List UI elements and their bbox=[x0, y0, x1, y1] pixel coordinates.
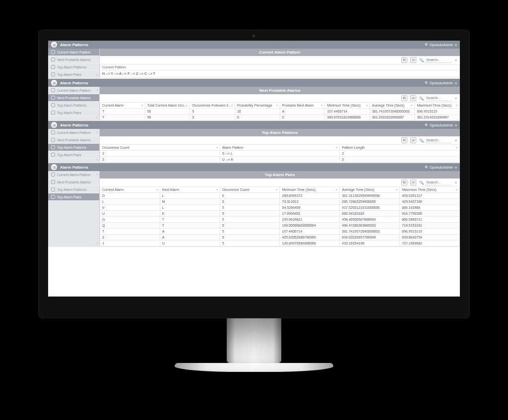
logout-icon[interactable]: ⎆ bbox=[455, 166, 457, 169]
collapse-icon[interactable]: ‹ bbox=[96, 73, 98, 77]
column-header[interactable]: Current Alarm▾ bbox=[100, 103, 145, 109]
filter-icon[interactable]: ▾ bbox=[456, 146, 458, 150]
filter-icon[interactable]: ▾ bbox=[456, 104, 458, 108]
filter-icon[interactable]: ▾ bbox=[141, 104, 143, 108]
export-icon[interactable]: ⧉ bbox=[401, 57, 407, 63]
column-header[interactable]: Minimum Time (Secs)▾ bbox=[325, 103, 370, 109]
table-row[interactable]: JU5120.89979586890008410.19254198737.109… bbox=[100, 240, 460, 246]
filter-icon[interactable]: ▾ bbox=[231, 104, 233, 108]
filter-icon[interactable]: ▾ bbox=[456, 188, 458, 192]
filter-icon[interactable]: ▾ bbox=[396, 188, 398, 192]
filter-icon[interactable]: ▾ bbox=[336, 188, 338, 192]
table-row[interactable]: GT5155.9629821458.40500587800004806.5890… bbox=[100, 217, 460, 223]
collapse-icon[interactable]: ‹ bbox=[96, 115, 98, 120]
table-row[interactable]: T5036C340.97031819900006361.269181099000… bbox=[100, 115, 460, 120]
search-input[interactable] bbox=[425, 137, 452, 143]
sidebar-item-current-alarm-pattern[interactable]: Current Alarm Pattern bbox=[48, 87, 99, 94]
filter-icon[interactable]: ▾ bbox=[186, 104, 188, 108]
filter-icon[interactable]: ▾ bbox=[455, 58, 457, 62]
filter-icon[interactable]: ▾ bbox=[455, 96, 457, 101]
search-input[interactable] bbox=[425, 57, 452, 63]
column-header[interactable]: Maximum Time (Secs)▾ bbox=[400, 187, 460, 193]
collapse-icon[interactable]: ‹ bbox=[96, 88, 98, 92]
column-header[interactable]: Probability Percentage▾ bbox=[235, 103, 280, 109]
column-header[interactable]: Maximum Time (Secs)▾ bbox=[415, 103, 460, 109]
table-cell: 6 bbox=[235, 115, 280, 120]
sidebar-item-top-alarm-patterns[interactable]: Top Alarm Patterns bbox=[48, 63, 99, 71]
search-input-wrap: 🔍 bbox=[419, 180, 452, 185]
sidebar-item-top-alarm-patterns[interactable]: Top Alarm Patterns bbox=[48, 102, 99, 109]
collapse-icon[interactable]: ‹ bbox=[96, 130, 98, 134]
export-icon[interactable]: ⧉ bbox=[401, 95, 407, 101]
sidebar-item-next-probable-alarms[interactable]: Next Probable Alarms bbox=[48, 94, 99, 102]
table-cell: T bbox=[160, 217, 220, 223]
sidebar-item-current-alarm-pattern[interactable]: Current Alarm Pattern bbox=[48, 171, 99, 179]
filter-icon[interactable]: ▾ bbox=[411, 104, 413, 108]
logout-icon[interactable]: ⎆ bbox=[455, 123, 457, 127]
table-row[interactable]: DL6289.8995372361.3113029049999998459.52… bbox=[100, 193, 460, 199]
column-header[interactable]: Occurence Count▾ bbox=[100, 145, 220, 151]
filter-icon[interactable]: ▾ bbox=[156, 188, 158, 192]
search-input[interactable] bbox=[425, 95, 452, 101]
column-header[interactable]: Total Current Alarm Occurences▾ bbox=[145, 103, 190, 109]
sidebar-item-next-probable-alarms[interactable]: Next Probable Alarms bbox=[48, 56, 99, 63]
table-row[interactable]: UE517.6904401682.54183182916.7790385 bbox=[100, 211, 460, 217]
nav-icon bbox=[51, 187, 55, 191]
sidebar-item-current-alarm-pattern[interactable]: Current Alarm Pattern bbox=[48, 49, 99, 56]
sidebar-item-next-probable-alarms[interactable]: Next Probable Alarms bbox=[48, 179, 99, 186]
filter-icon[interactable]: ▾ bbox=[366, 104, 368, 108]
sidebar-item-top-alarm-pairs[interactable]: Top Alarm Pairs bbox=[48, 109, 99, 117]
table-row[interactable]: QT5169.00500603000004496.472863638890037… bbox=[100, 223, 460, 229]
column-header[interactable]: Probable Next Alarm▾ bbox=[280, 103, 325, 109]
collapse-icon[interactable]: ‹ bbox=[96, 241, 98, 245]
collapse-icon[interactable]: ‹ bbox=[96, 157, 98, 162]
column-header[interactable]: Average Time (Secs)▾ bbox=[370, 103, 415, 109]
column-header[interactable]: Occurences Followed by Next Alarm▾ bbox=[190, 103, 235, 109]
refresh-icon[interactable]: ⟳ bbox=[410, 137, 416, 143]
refresh-icon[interactable]: ⟳ bbox=[410, 57, 416, 63]
sidebar-item-top-alarm-pairs[interactable]: Top Alarm Pairs bbox=[48, 151, 99, 159]
collapse-icon[interactable]: ‹ bbox=[96, 50, 98, 54]
user-menu[interactable]: ⚙ OpsAutoAdmin ⎆ bbox=[425, 123, 457, 127]
filter-icon[interactable]: ▾ bbox=[216, 188, 218, 192]
section-header: Top Alarm Patterns bbox=[100, 129, 460, 136]
table-row[interactable]: 3S --> L2 bbox=[100, 151, 460, 157]
refresh-icon[interactable]: ⟳ bbox=[410, 95, 416, 101]
column-header[interactable]: Minimum Time (Secs)▾ bbox=[280, 187, 340, 193]
logout-icon[interactable]: ⎆ bbox=[455, 43, 457, 47]
filter-icon[interactable]: ▾ bbox=[216, 146, 218, 150]
table-row[interactable]: 2U --> A2 bbox=[100, 157, 460, 163]
filter-icon[interactable]: ▾ bbox=[455, 138, 457, 143]
table-row[interactable]: T50510A157.4400714381.741957204000000369… bbox=[100, 109, 460, 115]
sidebar-item-top-alarm-patterns[interactable]: Top Alarm Patterns bbox=[48, 144, 99, 151]
filter-icon[interactable]: ▾ bbox=[321, 104, 323, 108]
logout-icon[interactable]: ⎆ bbox=[455, 81, 457, 85]
column-header[interactable]: Next Alarm▾ bbox=[160, 187, 220, 193]
sidebar-item-top-alarm-pairs[interactable]: Top Alarm Pairs bbox=[48, 71, 99, 78]
sidebar-item-current-alarm-pattern[interactable]: Current Alarm Pattern bbox=[48, 129, 99, 136]
column-header[interactable]: Average Time (Secs)▾ bbox=[340, 187, 400, 193]
sidebar-item-top-alarm-patterns[interactable]: Top Alarm Patterns bbox=[48, 186, 99, 193]
user-menu[interactable]: ⚙ OpsAutoAdmin ⎆ bbox=[425, 165, 457, 169]
table-row[interactable]: VL554.5286459417.5203121631000006686.163… bbox=[100, 205, 460, 211]
column-header[interactable]: Occurence Count▾ bbox=[220, 187, 280, 193]
table-row[interactable]: TA5157.4400714381.7419572040000003696.95… bbox=[100, 229, 460, 235]
refresh-icon[interactable]: ⟳ bbox=[410, 180, 416, 185]
filter-icon[interactable]: ▾ bbox=[336, 146, 338, 150]
user-menu[interactable]: ⚙ OpsAutoAdmin ⎆ bbox=[425, 81, 457, 85]
sidebar-item-next-probable-alarms[interactable]: Next Probable Alarms bbox=[48, 136, 99, 144]
column-header[interactable]: Current Alarm▾ bbox=[100, 187, 160, 193]
table-row[interactable]: ZA5425.62052600796999634.032266577869996… bbox=[100, 235, 460, 240]
table-row[interactable]: LM573.311013285.72863259900005425.543718… bbox=[100, 199, 460, 205]
user-menu[interactable]: ⚙ OpsAutoAdmin ⎆ bbox=[425, 43, 457, 47]
collapse-icon[interactable]: ‹ bbox=[96, 172, 98, 177]
column-header[interactable]: Pattern Length▾ bbox=[340, 145, 460, 151]
column-header[interactable]: Alarm Pattern▾ bbox=[220, 145, 340, 151]
sidebar-item-top-alarm-pairs[interactable]: Top Alarm Pairs bbox=[48, 193, 99, 201]
export-icon[interactable]: ⧉ bbox=[401, 180, 407, 185]
export-icon[interactable]: ⧉ bbox=[401, 137, 407, 143]
search-input[interactable] bbox=[425, 180, 452, 185]
filter-icon[interactable]: ▾ bbox=[276, 104, 278, 108]
filter-icon[interactable]: ▾ bbox=[276, 188, 278, 192]
filter-icon[interactable]: ▾ bbox=[455, 180, 457, 185]
